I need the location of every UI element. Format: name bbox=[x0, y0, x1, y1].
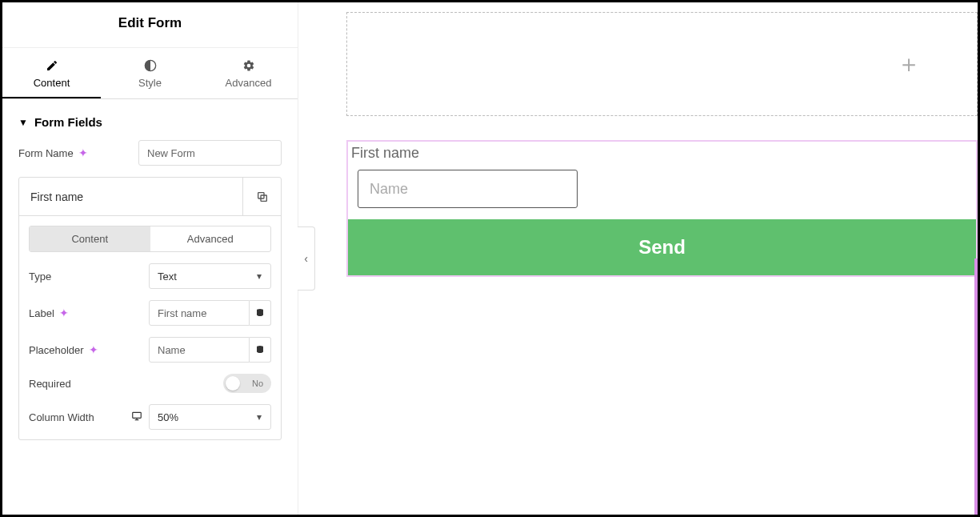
copy-icon bbox=[256, 190, 269, 203]
add-widget-button[interactable]: ＋ bbox=[897, 48, 921, 81]
preview-field-input[interactable] bbox=[358, 170, 578, 208]
caret-down-icon: ▼ bbox=[18, 117, 28, 128]
tab-style[interactable]: Style bbox=[101, 48, 199, 98]
plus-icon: ＋ bbox=[897, 50, 921, 77]
subtab-content[interactable]: Content bbox=[30, 226, 150, 251]
database-icon bbox=[255, 345, 265, 355]
required-label: Required bbox=[29, 378, 149, 390]
collapse-panel-button[interactable]: ‹ bbox=[298, 226, 315, 291]
column-width-label: Column Width bbox=[29, 411, 149, 424]
form-widget[interactable]: First name Send bbox=[346, 140, 978, 277]
tab-content[interactable]: Content bbox=[2, 48, 101, 98]
form-name-label: Form Name ✦ bbox=[18, 146, 138, 159]
panel-tabs: Content Style Advanced bbox=[2, 48, 298, 99]
required-toggle[interactable]: No bbox=[223, 374, 271, 393]
preview-field-label: First name bbox=[348, 142, 976, 163]
field-subtabs: Content Advanced bbox=[29, 226, 271, 252]
submit-button[interactable]: Send bbox=[348, 219, 976, 275]
field-item-title[interactable]: First name bbox=[19, 190, 83, 203]
field-item: First name Content Advanced Type bbox=[18, 177, 282, 440]
ai-sparkle-icon[interactable]: ✦ bbox=[59, 307, 69, 319]
selection-handle[interactable] bbox=[974, 258, 978, 515]
form-name-input[interactable] bbox=[138, 140, 282, 166]
preview-canvas: ＋ First name Send bbox=[298, 2, 978, 515]
type-select[interactable]: Text bbox=[149, 263, 271, 289]
editor-sidebar: Edit Form Content Style Advanced ▼ Form … bbox=[2, 2, 298, 515]
svg-rect-5 bbox=[133, 412, 142, 418]
section-form-fields[interactable]: ▼ Form Fields bbox=[2, 99, 298, 140]
type-label: Type bbox=[29, 271, 149, 283]
column-width-select[interactable]: 50% bbox=[149, 404, 271, 430]
section-title-label: Form Fields bbox=[34, 115, 102, 129]
ai-sparkle-icon[interactable]: ✦ bbox=[78, 146, 88, 159]
database-icon bbox=[255, 308, 265, 318]
placeholder-label: Placeholder ✦ bbox=[29, 343, 149, 356]
dynamic-tags-button[interactable] bbox=[250, 300, 271, 326]
ai-sparkle-icon[interactable]: ✦ bbox=[89, 343, 98, 356]
panel-title: Edit Form bbox=[2, 2, 298, 48]
tab-style-label: Style bbox=[138, 77, 162, 89]
contrast-icon bbox=[144, 59, 157, 72]
desktop-icon bbox=[131, 411, 142, 422]
pencil-icon bbox=[46, 59, 58, 72]
subtab-advanced[interactable]: Advanced bbox=[150, 226, 271, 251]
label-input[interactable] bbox=[149, 300, 250, 326]
tab-advanced-label: Advanced bbox=[226, 77, 272, 89]
gear-icon bbox=[242, 59, 255, 72]
dynamic-tags-button[interactable] bbox=[250, 337, 271, 363]
label-label: Label ✦ bbox=[29, 307, 149, 319]
chevron-left-icon: ‹ bbox=[304, 252, 308, 265]
section-body: Form Name ✦ First name Content bbox=[2, 140, 298, 467]
tab-content-label: Content bbox=[34, 77, 70, 89]
tab-advanced[interactable]: Advanced bbox=[199, 48, 298, 98]
duplicate-field-button[interactable] bbox=[242, 178, 281, 215]
placeholder-input[interactable] bbox=[149, 337, 250, 363]
responsive-icon[interactable] bbox=[131, 411, 142, 424]
empty-section[interactable]: ＋ bbox=[346, 12, 978, 116]
